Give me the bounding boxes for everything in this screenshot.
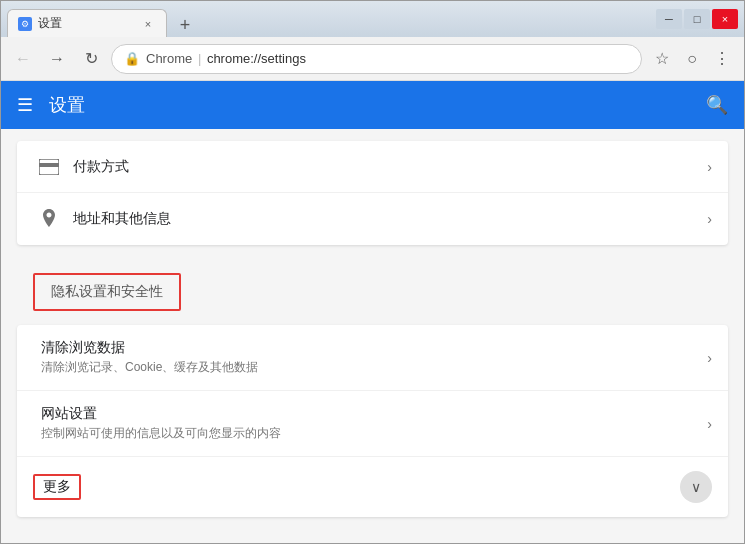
- payment-title: 付款方式: [73, 158, 707, 176]
- back-button[interactable]: ←: [9, 45, 37, 73]
- payment-methods-item[interactable]: 付款方式 ›: [17, 141, 728, 193]
- maximize-button[interactable]: □: [684, 9, 710, 29]
- clear-browsing-content: 清除浏览数据 清除浏览记录、Cookie、缓存及其他数据: [41, 339, 707, 376]
- tab-favicon: ⚙: [18, 17, 32, 31]
- more-label: 更多: [33, 474, 81, 500]
- site-settings-title: 网站设置: [41, 405, 707, 423]
- new-tab-button[interactable]: +: [171, 13, 199, 37]
- site-settings-item[interactable]: 网站设置 控制网站可使用的信息以及可向您显示的内容 ›: [17, 391, 728, 457]
- payment-arrow: ›: [707, 159, 712, 175]
- chevron-down-icon[interactable]: ∨: [680, 471, 712, 503]
- refresh-button[interactable]: ↻: [77, 45, 105, 73]
- address-bar: ← → ↻ 🔒 Chrome | chrome://settings ☆ ○ ⋮: [1, 37, 744, 81]
- more-button[interactable]: 更多 ∨: [17, 457, 728, 517]
- svg-rect-1: [39, 163, 59, 167]
- payment-address-card: 付款方式 › 地址和其他信息 ›: [17, 141, 728, 245]
- payment-content: 付款方式: [73, 158, 707, 176]
- appearance-section-label: 外观: [1, 533, 744, 543]
- forward-button[interactable]: →: [43, 45, 71, 73]
- address-input[interactable]: 🔒 Chrome | chrome://settings: [111, 44, 642, 74]
- settings-header: ☰ 设置 🔍: [1, 81, 744, 129]
- site-settings-content: 网站设置 控制网站可使用的信息以及可向您显示的内容: [41, 405, 707, 442]
- address-text: Chrome | chrome://settings: [146, 51, 306, 66]
- address-item[interactable]: 地址和其他信息 ›: [17, 193, 728, 245]
- tab-area: ⚙ 设置 × +: [7, 1, 652, 37]
- tab-close-button[interactable]: ×: [140, 16, 156, 32]
- title-bar: ⚙ 设置 × + ─ □ ×: [1, 1, 744, 37]
- clear-browsing-item[interactable]: 清除浏览数据 清除浏览记录、Cookie、缓存及其他数据 ›: [17, 325, 728, 391]
- menu-icon[interactable]: ⋮: [708, 45, 736, 73]
- address-icon: [33, 209, 65, 229]
- close-button[interactable]: ×: [712, 9, 738, 29]
- privacy-section-label: 隐私设置和安全性: [33, 273, 181, 311]
- active-tab[interactable]: ⚙ 设置 ×: [7, 9, 167, 37]
- browser-window: ⚙ 设置 × + ─ □ × ← → ↻ 🔒 Chrome | chrome:/…: [0, 0, 745, 544]
- lock-icon: 🔒: [124, 51, 140, 66]
- site-settings-subtitle: 控制网站可使用的信息以及可向您显示的内容: [41, 425, 707, 442]
- toolbar-icons: ☆ ○ ⋮: [648, 45, 736, 73]
- address-arrow: ›: [707, 211, 712, 227]
- privacy-card: 清除浏览数据 清除浏览记录、Cookie、缓存及其他数据 › 网站设置 控制网站…: [17, 325, 728, 517]
- site-settings-arrow: ›: [707, 416, 712, 432]
- hamburger-icon[interactable]: ☰: [17, 94, 33, 116]
- settings-content[interactable]: 付款方式 › 地址和其他信息 › 隐私设置和安全性: [1, 129, 744, 543]
- minimize-button[interactable]: ─: [656, 9, 682, 29]
- clear-browsing-subtitle: 清除浏览记录、Cookie、缓存及其他数据: [41, 359, 707, 376]
- payment-icon: [33, 159, 65, 175]
- tab-title: 设置: [38, 15, 134, 32]
- address-title: 地址和其他信息: [73, 210, 707, 228]
- bookmark-icon[interactable]: ☆: [648, 45, 676, 73]
- settings-search-icon[interactable]: 🔍: [706, 94, 728, 116]
- clear-browsing-title: 清除浏览数据: [41, 339, 707, 357]
- settings-page-title: 设置: [49, 93, 85, 117]
- account-icon[interactable]: ○: [678, 45, 706, 73]
- address-content: 地址和其他信息: [73, 210, 707, 228]
- clear-browsing-arrow: ›: [707, 350, 712, 366]
- window-controls: ─ □ ×: [656, 9, 738, 29]
